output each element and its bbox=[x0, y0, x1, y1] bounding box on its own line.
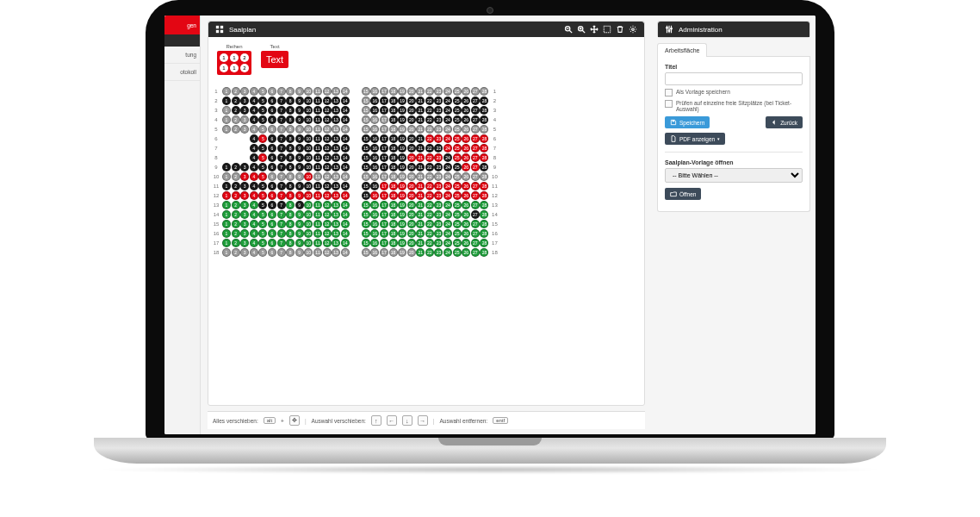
seat[interactable]: 4 bbox=[250, 115, 258, 124]
seat[interactable]: 4 bbox=[250, 144, 258, 153]
seat[interactable]: 11 bbox=[313, 172, 322, 181]
seat[interactable]: 9 bbox=[295, 115, 304, 124]
seat[interactable]: 22 bbox=[425, 144, 434, 153]
seat[interactable]: 13 bbox=[332, 115, 340, 124]
seat[interactable]: 7 bbox=[277, 153, 286, 162]
seat[interactable]: 16 bbox=[370, 191, 379, 200]
seat[interactable]: 3 bbox=[240, 210, 249, 219]
seat[interactable]: 25 bbox=[453, 201, 462, 209]
seat[interactable]: 7 bbox=[277, 201, 286, 209]
seat[interactable]: 13 bbox=[332, 163, 340, 171]
seat[interactable]: 15 bbox=[362, 87, 370, 96]
seat[interactable]: 16 bbox=[370, 229, 379, 238]
seat[interactable]: 27 bbox=[471, 163, 480, 171]
seat[interactable]: 12 bbox=[323, 97, 332, 105]
seat[interactable]: 3 bbox=[240, 248, 249, 257]
seat[interactable]: 1 bbox=[222, 191, 231, 200]
seat[interactable]: 22 bbox=[425, 220, 434, 228]
seat[interactable]: 20 bbox=[407, 210, 416, 219]
seat[interactable]: 13 bbox=[332, 248, 340, 257]
seat[interactable]: 11 bbox=[313, 201, 322, 209]
seat[interactable]: 22 bbox=[425, 106, 434, 115]
seat[interactable]: 22 bbox=[425, 153, 434, 162]
seat[interactable]: 1 bbox=[222, 125, 231, 134]
seat[interactable]: 21 bbox=[416, 191, 425, 200]
seat[interactable]: 18 bbox=[389, 134, 398, 143]
seat[interactable]: 3 bbox=[240, 229, 249, 238]
arrow-down-button[interactable]: ↓ bbox=[402, 415, 412, 426]
seat[interactable]: 19 bbox=[398, 220, 406, 228]
seat[interactable]: 10 bbox=[304, 201, 313, 209]
seat[interactable]: 1 bbox=[222, 115, 231, 124]
seat[interactable]: 10 bbox=[304, 248, 313, 257]
seat[interactable]: 6 bbox=[268, 172, 276, 181]
seat[interactable]: 8 bbox=[286, 182, 295, 190]
seat[interactable]: 2 bbox=[232, 172, 240, 181]
seat[interactable]: 21 bbox=[416, 125, 425, 134]
seat[interactable]: 11 bbox=[313, 191, 322, 200]
seat[interactable]: 28 bbox=[480, 144, 488, 153]
seat[interactable]: 28 bbox=[480, 239, 488, 247]
seat[interactable]: 5 bbox=[258, 115, 267, 124]
seat[interactable]: 27 bbox=[471, 239, 480, 247]
seat[interactable]: 13 bbox=[332, 106, 340, 115]
seat[interactable]: 12 bbox=[323, 153, 332, 162]
seat[interactable]: 23 bbox=[434, 134, 443, 143]
seat[interactable]: 13 bbox=[332, 201, 340, 209]
seat[interactable]: 4 bbox=[250, 229, 258, 238]
seat[interactable]: 12 bbox=[323, 182, 332, 190]
seat[interactable]: 17 bbox=[380, 134, 388, 143]
seat[interactable]: 21 bbox=[416, 115, 425, 124]
seat[interactable]: 28 bbox=[480, 201, 488, 209]
seat[interactable]: 21 bbox=[416, 97, 425, 105]
seat[interactable]: 11 bbox=[313, 153, 322, 162]
seat[interactable]: 10 bbox=[304, 134, 313, 143]
seat[interactable]: 15 bbox=[362, 125, 370, 134]
seat[interactable]: 26 bbox=[462, 229, 470, 238]
seat[interactable]: 9 bbox=[295, 191, 304, 200]
seat[interactable]: 25 bbox=[453, 125, 462, 134]
seat[interactable]: 20 bbox=[407, 220, 416, 228]
seat[interactable]: 14 bbox=[341, 172, 350, 181]
seat[interactable]: 10 bbox=[304, 239, 313, 247]
seat[interactable]: 22 bbox=[425, 134, 434, 143]
seat[interactable]: 17 bbox=[380, 210, 388, 219]
seat[interactable]: 3 bbox=[240, 87, 249, 96]
seat[interactable]: 13 bbox=[332, 87, 340, 96]
seat[interactable]: 26 bbox=[462, 125, 470, 134]
seat[interactable]: 27 bbox=[471, 125, 480, 134]
seat[interactable]: 3 bbox=[240, 163, 249, 171]
seat[interactable]: 23 bbox=[434, 229, 443, 238]
seat[interactable]: 14 bbox=[341, 115, 350, 124]
seat[interactable]: 5 bbox=[258, 106, 267, 115]
gear-icon[interactable] bbox=[629, 25, 637, 34]
seat[interactable]: 5 bbox=[258, 220, 267, 228]
seat[interactable]: 8 bbox=[286, 239, 295, 247]
seat[interactable]: 3 bbox=[240, 220, 249, 228]
checkbox-freeseats[interactable] bbox=[665, 100, 673, 108]
seat[interactable]: 22 bbox=[425, 87, 434, 96]
seat[interactable]: 18 bbox=[389, 125, 398, 134]
seat[interactable]: 25 bbox=[453, 229, 462, 238]
seat[interactable]: 21 bbox=[416, 220, 425, 228]
move-icon[interactable] bbox=[590, 25, 599, 34]
seat[interactable]: 24 bbox=[443, 191, 452, 200]
seat[interactable]: 19 bbox=[398, 201, 406, 209]
seat[interactable]: 5 bbox=[258, 97, 267, 105]
seat[interactable]: 7 bbox=[277, 239, 286, 247]
seat[interactable]: 10 bbox=[304, 115, 313, 124]
seat[interactable]: 18 bbox=[389, 191, 398, 200]
seat[interactable]: 17 bbox=[380, 248, 388, 257]
seat[interactable]: 24 bbox=[443, 220, 452, 228]
seat[interactable]: 2 bbox=[232, 229, 240, 238]
seat[interactable]: 21 bbox=[416, 134, 425, 143]
seat[interactable]: 6 bbox=[268, 144, 276, 153]
seat[interactable]: 28 bbox=[480, 106, 488, 115]
seat[interactable]: 14 bbox=[341, 220, 350, 228]
template-select[interactable]: -- Bitte Wählen -- bbox=[665, 168, 803, 183]
seat[interactable]: 17 bbox=[380, 97, 388, 105]
seat[interactable]: 4 bbox=[250, 220, 258, 228]
seat[interactable]: 15 bbox=[362, 172, 370, 181]
seat[interactable]: 7 bbox=[277, 172, 286, 181]
seat[interactable]: 1 bbox=[222, 172, 231, 181]
